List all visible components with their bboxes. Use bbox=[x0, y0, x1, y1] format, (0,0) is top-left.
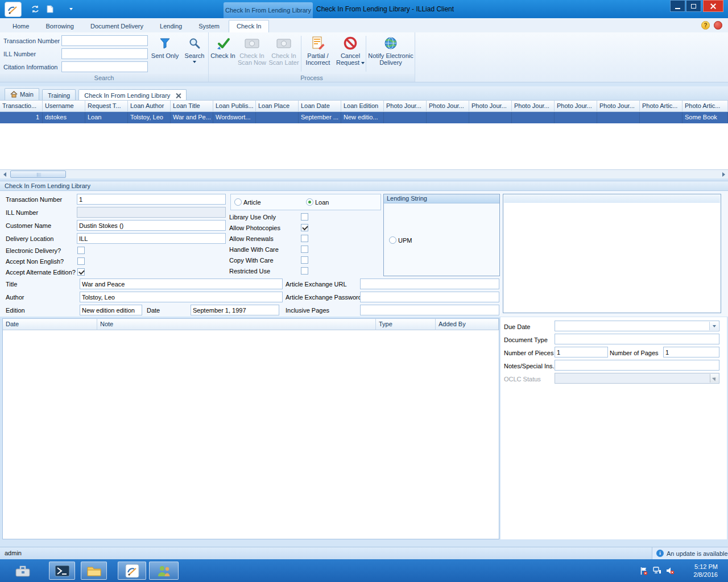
delivery-location-field[interactable] bbox=[77, 233, 226, 244]
grid-row[interactable]: 1dstokesLoanTolstoy, LeoWar and Pe...Wor… bbox=[0, 112, 728, 123]
minimize-button[interactable] bbox=[670, 0, 685, 12]
grid-column-header[interactable]: Loan Place bbox=[256, 100, 299, 112]
check-in-button[interactable]: Check In bbox=[210, 34, 236, 74]
grid-column-header[interactable]: Photo Jour... bbox=[427, 100, 469, 112]
ribbon-tab-lending[interactable]: Lending bbox=[152, 20, 189, 33]
close-button[interactable] bbox=[703, 0, 723, 12]
help-icon[interactable]: ? bbox=[701, 21, 710, 30]
check-in-scan-later-button[interactable]: Check In Scan Later bbox=[268, 34, 300, 74]
ribbon-tab-document-delivery[interactable]: Document Delivery bbox=[83, 20, 151, 33]
grid-column-header[interactable]: Loan Publis... bbox=[213, 100, 256, 112]
oclc-status-button[interactable] bbox=[710, 374, 718, 383]
electronic-delivery-checkbox[interactable] bbox=[77, 247, 85, 254]
grid-column-header[interactable]: Loan Title bbox=[171, 100, 213, 112]
document-type-field[interactable] bbox=[555, 334, 719, 344]
taskbar-clock[interactable]: 5:12 PM 2/8/2016 bbox=[681, 563, 718, 579]
network-tray-icon[interactable] bbox=[653, 567, 661, 576]
article-exchange-url-field[interactable] bbox=[360, 278, 499, 289]
grid-column-header[interactable]: Photo Jour... bbox=[597, 100, 640, 112]
partial-incorrect-button[interactable]: Partial / Incorrect bbox=[302, 34, 334, 74]
due-date-dropdown-icon[interactable] bbox=[709, 322, 718, 330]
maximize-button[interactable] bbox=[686, 0, 701, 12]
author-field[interactable] bbox=[80, 292, 283, 302]
grid-column-header[interactable]: Photo Jour... bbox=[384, 100, 427, 112]
volume-tray-icon[interactable] bbox=[666, 567, 675, 576]
grid-column-header[interactable]: Transactio... bbox=[0, 100, 43, 112]
date-field[interactable] bbox=[191, 305, 279, 315]
ill-number-search-input[interactable] bbox=[61, 48, 148, 59]
edition-field[interactable] bbox=[80, 305, 142, 315]
lending-upm-radio[interactable] bbox=[389, 236, 396, 244]
ribbon-tab-home[interactable]: Home bbox=[5, 20, 36, 33]
flag-checkbox[interactable] bbox=[301, 256, 308, 264]
server-manager-button[interactable] bbox=[15, 564, 31, 579]
exit-icon[interactable] bbox=[714, 21, 722, 30]
grid-column-header[interactable]: Photo Jour... bbox=[555, 100, 597, 112]
customer-name-field[interactable] bbox=[77, 220, 226, 231]
inclusive-pages-field[interactable] bbox=[360, 305, 499, 315]
tab-close-icon[interactable] bbox=[176, 93, 181, 98]
ribbon-tab-system[interactable]: System bbox=[191, 20, 227, 33]
action-center-tray-icon[interactable] bbox=[640, 567, 648, 576]
powershell-button[interactable] bbox=[49, 562, 75, 580]
accept-non-english-checkbox[interactable] bbox=[77, 257, 85, 265]
search-dropdown-icon[interactable] bbox=[193, 61, 196, 63]
scroll-right-button[interactable] bbox=[719, 170, 728, 178]
grid-column-header[interactable]: Photo Jour... bbox=[512, 100, 555, 112]
tab-check-in-from-lending-library[interactable]: Check In From Lending Library bbox=[78, 89, 187, 101]
flag-checkbox[interactable] bbox=[301, 267, 308, 275]
grid-column-header[interactable]: Loan Edition bbox=[341, 100, 384, 112]
transaction-number-field[interactable] bbox=[77, 194, 226, 205]
flag-row: Allow Renewals bbox=[229, 234, 312, 245]
search-button[interactable]: Search bbox=[182, 34, 207, 74]
flag-checkbox[interactable] bbox=[301, 213, 308, 221]
flag-checkbox[interactable] bbox=[301, 224, 308, 231]
edition-field-label: Edition bbox=[6, 307, 25, 314]
context-tab-header[interactable]: Check In From Lending Library bbox=[224, 2, 313, 18]
loan-radio[interactable] bbox=[306, 198, 313, 206]
grid-column-header[interactable]: Photo Artic... bbox=[640, 100, 682, 112]
number-of-pages-field[interactable] bbox=[663, 347, 719, 357]
notes-column-date[interactable]: Date bbox=[3, 319, 97, 330]
scrollbar-thumb[interactable] bbox=[10, 171, 66, 178]
grid-column-header[interactable]: Username bbox=[43, 100, 85, 112]
grid-column-header[interactable]: Photo Artic... bbox=[682, 100, 728, 112]
qat-dropdown-icon[interactable] bbox=[69, 8, 73, 10]
notes-column-added-by[interactable]: Added By bbox=[436, 319, 499, 330]
check-in-scan-now-button[interactable]: Check In Scan Now bbox=[236, 34, 268, 74]
grid-column-header[interactable]: Loan Author bbox=[128, 100, 171, 112]
number-of-pieces-field[interactable] bbox=[555, 347, 608, 357]
illiad-client-button[interactable] bbox=[118, 562, 146, 580]
flag-checkbox[interactable] bbox=[301, 246, 308, 253]
flag-checkbox[interactable] bbox=[301, 235, 308, 242]
ribbon-tab-check-in[interactable]: Check In bbox=[229, 20, 269, 32]
article-radio[interactable] bbox=[234, 198, 242, 206]
grid-column-header[interactable]: Loan Date bbox=[299, 100, 341, 112]
citation-information-search-input[interactable] bbox=[61, 61, 148, 72]
file-explorer-button[interactable] bbox=[81, 562, 107, 580]
title-field[interactable] bbox=[80, 278, 283, 289]
due-date-combo[interactable] bbox=[555, 321, 719, 331]
qat-sync-icon[interactable] bbox=[30, 5, 41, 14]
grid-column-header[interactable]: Photo Jour... bbox=[469, 100, 512, 112]
tab-training[interactable]: Training bbox=[42, 89, 76, 101]
notify-electronic-delivery-button[interactable]: Notify Electronic Delivery bbox=[367, 34, 415, 74]
scroll-left-button[interactable] bbox=[0, 170, 9, 178]
notes-column-note[interactable]: Note bbox=[97, 319, 376, 330]
app-logo-icon[interactable] bbox=[5, 2, 22, 17]
article-exchange-password-field[interactable] bbox=[360, 292, 499, 302]
accept-alternate-edition-checkbox[interactable] bbox=[77, 268, 85, 276]
sent-only-button[interactable]: Sent Only bbox=[150, 34, 180, 74]
grid-header: Transactio...UsernameRequest T...Loan Au… bbox=[0, 100, 728, 112]
qat-document-icon[interactable] bbox=[44, 5, 56, 14]
customers-button[interactable] bbox=[149, 562, 179, 580]
transaction-number-search-input[interactable] bbox=[61, 35, 148, 46]
ribbon-tab-borrowing[interactable]: Borrowing bbox=[38, 20, 81, 33]
update-notification[interactable]: i An update is available bbox=[652, 547, 728, 559]
tab-main[interactable]: Main bbox=[5, 88, 39, 100]
cancel-request-button[interactable]: Cancel Request bbox=[335, 34, 366, 74]
notes-special-ins-field[interactable] bbox=[555, 360, 719, 371]
notes-column-type[interactable]: Type bbox=[376, 319, 436, 330]
horizontal-scrollbar[interactable] bbox=[0, 169, 728, 178]
grid-column-header[interactable]: Request T... bbox=[85, 100, 128, 112]
